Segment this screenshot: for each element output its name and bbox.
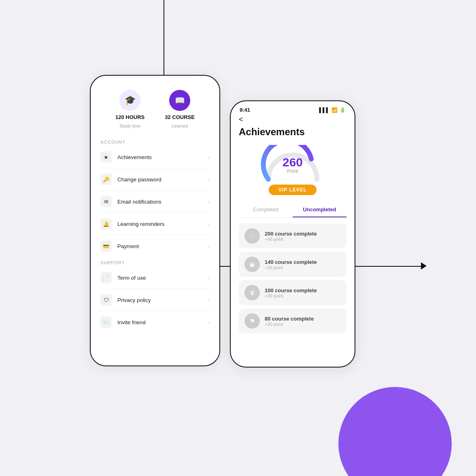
account-section-label: ACCOUNT xyxy=(99,140,211,144)
learning-reminders-icon: 🔔 xyxy=(100,218,112,230)
ach-sub-100: +30 point xyxy=(265,293,317,298)
account-section: ACCOUNT ★ Achievements › 🔑 Change passwo… xyxy=(99,140,211,257)
achievements-chevron: › xyxy=(208,154,210,160)
payment-label: Payment xyxy=(117,243,139,249)
achievement-item-140: ◉ 140 course complete +30 point xyxy=(239,252,346,277)
status-bar: 9:41 ▌▌▌ 📶 🔋 xyxy=(231,101,355,115)
achievements-icon: ★ xyxy=(100,151,112,163)
term-of-use-label: Term of use xyxy=(117,275,146,281)
ach-text-100: 100 course complete +30 point xyxy=(265,287,317,298)
tab-uncompleted[interactable]: Uncompleted xyxy=(293,202,346,217)
term-of-use-chevron: › xyxy=(208,275,210,281)
ach-text-80: 80 course complete +20 point xyxy=(265,316,314,327)
menu-item-term-of-use[interactable]: 📄 Term of use › xyxy=(99,267,211,289)
gauge-number: 260 xyxy=(283,156,303,168)
ach-text-140: 140 course complete +30 point xyxy=(265,259,317,270)
menu-item-payment[interactable]: 💳 Payment › xyxy=(99,235,211,257)
achievements-label: Achievements xyxy=(117,154,152,160)
achievement-item-80: ⚑ 80 course complete +20 point xyxy=(239,308,346,334)
ach-icon-80: ⚑ xyxy=(244,313,260,329)
phone1-settings: 🎓 120 HOURS Study time 📖 32 COURSE Learn… xyxy=(90,75,220,366)
menu-item-privacy-policy[interactable]: 🛡 Privacy policy › xyxy=(99,289,211,311)
learning-reminders-chevron: › xyxy=(208,221,210,227)
change-password-icon: 🔑 xyxy=(100,174,112,185)
signal-icon: ▌▌▌ xyxy=(319,107,329,113)
ach-main-200: 200 course complete xyxy=(265,231,317,237)
privacy-policy-label: Privacy policy xyxy=(117,297,151,303)
menu-item-invite-friend[interactable]: 📨 Invite friend › xyxy=(99,311,211,333)
email-notifications-icon: ✉ xyxy=(100,196,112,207)
stat-courses-learned: 📖 32 COURSE Learned xyxy=(165,90,195,128)
status-icons: ▌▌▌ 📶 🔋 xyxy=(319,107,346,113)
battery-icon: 🔋 xyxy=(340,107,346,113)
decorative-purple-circle xyxy=(338,387,452,476)
stats-row: 🎓 120 HOURS Study time 📖 32 COURSE Learn… xyxy=(99,88,211,128)
tabs-row: Completed Uncompleted xyxy=(239,202,346,218)
ach-sub-200: +40 point xyxy=(265,237,317,242)
study-time-main-label: 120 HOURS xyxy=(115,114,144,120)
achievement-item-100: ♛ 100 course complete +30 point xyxy=(239,280,346,305)
stat-study-time: 🎓 120 HOURS Study time xyxy=(115,90,144,128)
gauge-points-overlay: 260 Point xyxy=(283,156,303,174)
change-password-label: Change password xyxy=(117,176,162,183)
invite-friend-label: Invite friend xyxy=(117,319,146,325)
phone2-achievements: 9:41 ▌▌▌ 📶 🔋 < Achievements xyxy=(230,100,355,368)
invite-friend-chevron: › xyxy=(208,319,210,325)
term-of-use-icon: 📄 xyxy=(100,272,112,283)
menu-item-learning-reminders[interactable]: 🔔 Learning reminders › xyxy=(99,213,211,235)
payment-icon: 💳 xyxy=(100,240,112,252)
invite-friend-icon: 📨 xyxy=(100,317,112,328)
ach-text-200: 200 course complete +40 point xyxy=(265,231,317,242)
courses-sub-label: Learned xyxy=(172,123,188,128)
ach-icon-200: ♡ xyxy=(244,228,260,244)
learning-reminders-label: Learning reminders xyxy=(117,221,164,227)
ach-main-140: 140 course complete xyxy=(265,259,317,265)
study-time-icon-wrap: 🎓 xyxy=(119,90,140,111)
status-time: 9:41 xyxy=(240,107,250,113)
support-section: SUPPORT 📄 Term of use › 🛡 Privacy policy… xyxy=(99,260,211,333)
gauge-chart: 260 Point VIP LEVEL xyxy=(239,145,346,195)
graduation-icon: 🎓 xyxy=(125,95,136,106)
menu-item-achievements[interactable]: ★ Achievements › xyxy=(99,146,211,168)
wifi-icon: 📶 xyxy=(332,107,338,113)
menu-item-change-password[interactable]: 🔑 Change password › xyxy=(99,168,211,191)
course-icon-wrap: 📖 xyxy=(169,90,190,111)
achievements-title: Achievements xyxy=(239,126,346,138)
email-notifications-chevron: › xyxy=(208,199,210,205)
ach-sub-140: +30 point xyxy=(265,265,317,270)
change-password-chevron: › xyxy=(208,176,210,183)
ach-sub-80: +20 point xyxy=(265,322,314,327)
privacy-policy-chevron: › xyxy=(208,297,210,303)
payment-chevron: › xyxy=(208,243,210,249)
study-time-sub-label: Study time xyxy=(119,123,140,128)
email-notifications-label: Email notifications xyxy=(117,199,162,205)
tab-completed[interactable]: Completed xyxy=(239,202,293,217)
ach-icon-100: ♛ xyxy=(244,285,260,300)
menu-item-email-notifications[interactable]: ✉ Email notifications › xyxy=(99,191,211,213)
ach-main-100: 100 course complete xyxy=(265,287,317,293)
support-section-label: SUPPORT xyxy=(99,260,211,265)
back-button[interactable]: < xyxy=(239,115,346,124)
book-icon: 📖 xyxy=(175,96,185,105)
ach-icon-140: ◉ xyxy=(244,257,260,272)
courses-main-label: 32 COURSE xyxy=(165,114,195,120)
gauge-label: Point xyxy=(283,168,303,174)
decorative-line-vertical xyxy=(164,0,164,75)
gauge-svg-wrapper: 260 Point xyxy=(260,145,325,181)
privacy-policy-icon: 🛡 xyxy=(100,294,112,306)
ach-main-80: 80 course complete xyxy=(265,316,314,322)
decorative-arrow xyxy=(421,262,427,270)
achievement-item-200: ♡ 200 course complete +40 point xyxy=(239,223,346,249)
vip-badge: VIP LEVEL xyxy=(269,185,317,195)
